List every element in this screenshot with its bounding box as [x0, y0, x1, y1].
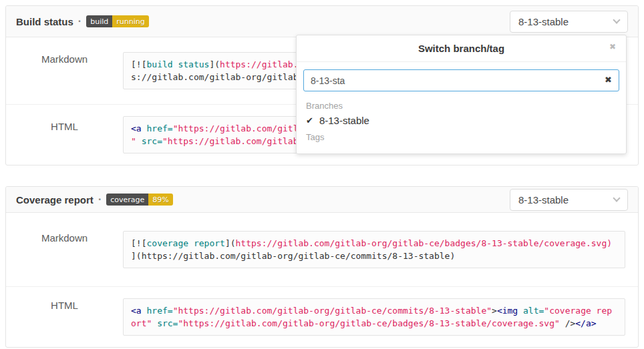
- markdown-row: Markdown [![coverage report](https://git…: [6, 213, 638, 286]
- branch-item-8-13-stable[interactable]: ✔ 8-13-stable: [297, 113, 626, 128]
- badge-label: coverage: [106, 194, 148, 206]
- row-label: Markdown: [6, 213, 123, 286]
- tags-section-label: Tags: [297, 128, 626, 144]
- branch-item-label: 8-13-stable: [319, 115, 369, 126]
- clear-search-icon[interactable]: ✖: [605, 75, 612, 84]
- title-separator: ·: [98, 194, 102, 206]
- coverage-report-card: Coverage report · coverage 89% 8-13-stab…: [5, 186, 639, 348]
- branches-section-label: Branches: [297, 97, 626, 113]
- coverage-badge-preview: coverage 89%: [106, 194, 173, 206]
- card-title: Coverage report: [16, 194, 94, 206]
- switch-branch-dialog: Switch branch/tag ✖ ✖ Branches ✔ 8-13-st…: [296, 35, 627, 154]
- row-label: HTML: [6, 287, 123, 347]
- close-icon[interactable]: ✖: [609, 43, 616, 51]
- branch-tag-list: Branches ✔ 8-13-stable Tags: [297, 95, 626, 153]
- card-title: Build status: [16, 16, 73, 27]
- branch-search-input[interactable]: [303, 69, 619, 91]
- chevron-down-icon: [613, 194, 620, 202]
- branch-dropdown-value: 8-13-stable: [518, 16, 569, 27]
- title-separator: ·: [78, 15, 82, 27]
- branch-dropdown-value: 8-13-stable: [518, 194, 569, 206]
- build-badge-preview: build running: [86, 15, 149, 27]
- dialog-title: Switch branch/tag: [418, 43, 504, 54]
- row-label: HTML: [6, 105, 123, 165]
- html-row: HTML <a href="https://gitlab.com/gitlab-…: [6, 286, 638, 347]
- badge-value: running: [112, 15, 148, 27]
- coverage-report-header: Coverage report · coverage 89% 8-13-stab…: [6, 187, 638, 213]
- markdown-code-block[interactable]: [![coverage report](https://gitlab.com/g…: [123, 231, 625, 268]
- html-code-block[interactable]: <a href="https://gitlab.com/gitlab-org/g…: [123, 298, 625, 336]
- badge-value: 89%: [148, 194, 172, 206]
- build-status-header: Build status · build running 8-13-stable: [6, 6, 638, 37]
- check-icon: ✔: [306, 115, 313, 125]
- chevron-down-icon: [613, 16, 620, 23]
- row-label: Markdown: [6, 37, 123, 104]
- badge-label: build: [86, 15, 112, 27]
- branch-dropdown-coverage[interactable]: 8-13-stable: [510, 189, 628, 211]
- branch-dropdown-build[interactable]: 8-13-stable: [510, 11, 628, 33]
